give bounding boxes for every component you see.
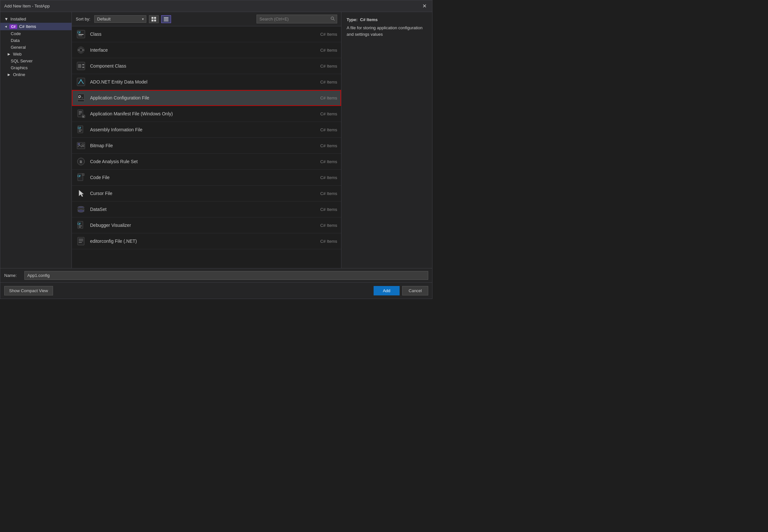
item-category: C# Items [305, 32, 337, 37]
list-item[interactable]: Bitmap File C# Items [72, 138, 341, 154]
name-label: Name: [4, 273, 20, 278]
item-icon-manifest: ⚙ [76, 109, 86, 119]
sidebar-item-graphics[interactable]: Graphics [0, 64, 72, 71]
sidebar-item-web[interactable]: ► Web [0, 51, 72, 58]
graphics-label: Graphics [11, 65, 28, 70]
list-item[interactable]: DataSet C# Items [72, 201, 341, 217]
item-icon-config [76, 93, 86, 103]
csharp-badge: C# [9, 24, 17, 29]
item-icon-component [76, 61, 86, 71]
svg-rect-2 [151, 19, 153, 21]
list-view-button[interactable] [161, 15, 171, 23]
sidebar-item-sqlserver[interactable]: SQL Server [0, 58, 72, 64]
svg-point-8 [331, 17, 333, 19]
svg-text:R: R [80, 160, 82, 164]
list-item[interactable]: Component Class C# Items [72, 58, 341, 74]
add-button[interactable]: Add [373, 286, 400, 295]
svg-text:C#: C# [77, 223, 81, 226]
item-icon-assembly: C# [76, 124, 86, 135]
list-item[interactable]: C# Class C# Items [72, 26, 341, 42]
item-name: Code File [90, 175, 301, 180]
item-category: C# Items [305, 48, 337, 53]
web-arrow-icon: ► [7, 52, 11, 57]
bottom-bar: Name: Show Compact View Add Cancel [0, 268, 432, 299]
search-input[interactable] [257, 15, 328, 23]
sidebar-item-general[interactable]: General [0, 44, 72, 51]
svg-rect-38 [79, 131, 81, 132]
search-icon [330, 16, 335, 21]
svg-text:C#: C# [77, 175, 81, 178]
installed-arrow-icon: ▼ [4, 17, 8, 21]
item-name: ADO.NET Entity Data Model [90, 79, 301, 84]
svg-rect-57 [79, 242, 82, 243]
svg-rect-1 [154, 17, 156, 19]
sidebar-item-data[interactable]: Data [0, 37, 72, 44]
svg-rect-56 [79, 240, 83, 241]
list-item[interactable]: editorconfig File (.NET) C# Items [72, 233, 341, 249]
item-category: C# Items [305, 143, 337, 148]
type-prefix: Type: [346, 17, 358, 22]
close-button[interactable]: ✕ [421, 2, 428, 10]
sidebar-item-online[interactable]: ► Online [0, 71, 72, 78]
list-item[interactable]: ⚙ Application Manifest File (Windows Onl… [72, 106, 341, 122]
svg-rect-13 [78, 35, 82, 36]
list-item[interactable]: R Code Analysis Rule Set C# Items [72, 154, 341, 170]
item-category: C# Items [305, 191, 337, 196]
sort-select-wrapper: Default Name Type [94, 15, 146, 23]
svg-rect-12 [78, 34, 84, 35]
cancel-button[interactable]: Cancel [402, 286, 428, 295]
name-input[interactable] [24, 271, 428, 280]
svg-rect-53 [79, 227, 81, 227]
action-row: Show Compact View Add Cancel [0, 283, 432, 299]
sidebar-item-csharp[interactable]: ◄ C# C# Items [0, 23, 72, 30]
list-item[interactable]: Cursor File C# Items [72, 186, 341, 201]
item-icon-ado [76, 77, 86, 87]
svg-point-23 [80, 79, 82, 81]
svg-rect-0 [151, 17, 153, 19]
search-button[interactable] [328, 15, 337, 23]
main-content: ▼ Installed ◄ C# C# Items Code Data Gene… [0, 12, 432, 268]
sort-select[interactable]: Default Name Type [94, 15, 146, 23]
compact-view-button[interactable]: Show Compact View [4, 286, 53, 295]
list-item[interactable]: Interface C# Items [72, 42, 341, 58]
dialog-buttons: Add Cancel [373, 286, 428, 295]
item-name: Cursor File [90, 191, 301, 196]
list-item[interactable]: Application Configuration File C# Items [72, 90, 341, 106]
sqlserver-label: SQL Server [11, 58, 33, 63]
list-item[interactable]: C# Assembly Information File C# Items [72, 122, 341, 138]
csharp-arrow-icon: ◄ [4, 25, 7, 28]
svg-rect-5 [164, 19, 168, 19]
sidebar: ▼ Installed ◄ C# C# Items Code Data Gene… [0, 12, 72, 268]
svg-rect-52 [79, 226, 82, 226]
list-icon [164, 17, 168, 21]
toolbar: Sort by: Default Name Type [72, 12, 341, 26]
sidebar-item-installed[interactable]: ▼ Installed [0, 15, 72, 23]
svg-rect-46 [82, 174, 84, 175]
grid-view-button[interactable] [149, 15, 159, 23]
center-panel: Sort by: Default Name Type [72, 12, 341, 268]
svg-text:C#: C# [78, 127, 81, 130]
sidebar-item-code[interactable]: Code [0, 30, 72, 37]
svg-rect-4 [164, 17, 168, 18]
type-value: C# Items [360, 17, 377, 22]
list-item[interactable]: ADO.NET Entity Data Model C# Items [72, 74, 341, 90]
installed-label: Installed [10, 17, 26, 21]
item-icon-codefile: C# [76, 172, 86, 183]
list-item[interactable]: C# Debugger Visualizer C# Items [72, 217, 341, 233]
svg-rect-37 [79, 130, 82, 130]
add-new-item-dialog: Add New Item - TestApp ✕ ▼ Installed ◄ C… [0, 0, 433, 299]
item-name: editorconfig File (.NET) [90, 239, 301, 244]
item-icon-analysis: R [76, 156, 86, 167]
svg-rect-30 [79, 111, 82, 112]
search-box [256, 15, 337, 23]
item-category: C# Items [305, 127, 337, 132]
item-name: Application Manifest File (Windows Only) [90, 111, 301, 116]
list-item[interactable]: C# Code File C# Items [72, 170, 341, 186]
svg-text:C#: C# [77, 31, 81, 34]
item-name: Bitmap File [90, 143, 301, 148]
data-label: Data [11, 38, 20, 43]
item-category: C# Items [305, 223, 337, 228]
online-label: Online [13, 72, 25, 77]
type-label: Type: C# Items [346, 17, 427, 22]
svg-point-49 [78, 210, 84, 212]
